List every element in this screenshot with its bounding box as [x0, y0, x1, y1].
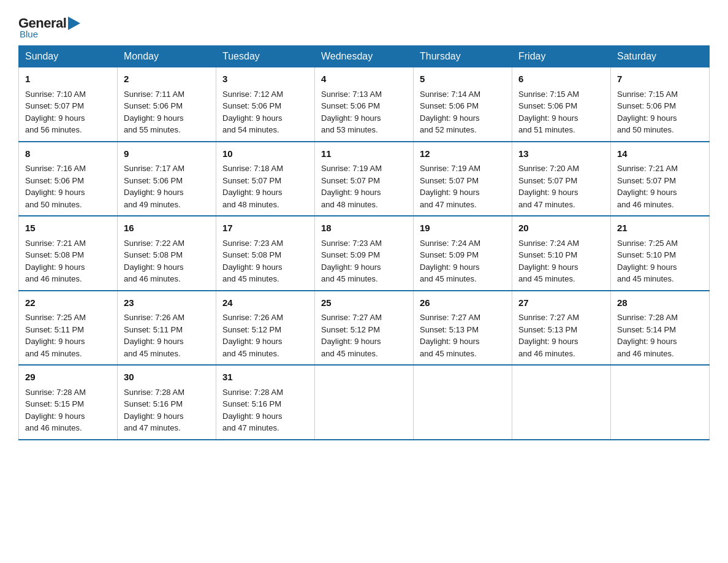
header-tuesday: Tuesday [216, 46, 315, 67]
day-info: Sunrise: 7:14 AMSunset: 5:06 PMDaylight:… [420, 90, 480, 135]
day-info: Sunrise: 7:13 AMSunset: 5:06 PMDaylight:… [321, 90, 382, 135]
day-number: 22 [25, 296, 111, 310]
day-number: 9 [124, 147, 210, 161]
day-info: Sunrise: 7:21 AMSunset: 5:08 PMDaylight:… [25, 239, 86, 284]
calendar-cell: 21 Sunrise: 7:25 AMSunset: 5:10 PMDaylig… [611, 216, 710, 291]
day-info: Sunrise: 7:28 AMSunset: 5:15 PMDaylight:… [25, 388, 86, 433]
calendar-cell: 20 Sunrise: 7:24 AMSunset: 5:10 PMDaylig… [512, 216, 611, 291]
calendar-cell: 24 Sunrise: 7:26 AMSunset: 5:12 PMDaylig… [216, 291, 315, 366]
day-number: 4 [321, 72, 407, 86]
calendar-cell: 8 Sunrise: 7:16 AMSunset: 5:06 PMDayligh… [19, 142, 118, 216]
day-info: Sunrise: 7:24 AMSunset: 5:09 PMDaylight:… [420, 239, 480, 284]
day-number: 8 [25, 147, 111, 161]
calendar-cell: 19 Sunrise: 7:24 AMSunset: 5:09 PMDaylig… [414, 216, 512, 291]
calendar-week-row: 8 Sunrise: 7:16 AMSunset: 5:06 PMDayligh… [19, 142, 710, 216]
calendar-cell [315, 365, 414, 440]
day-info: Sunrise: 7:20 AMSunset: 5:07 PMDaylight:… [518, 164, 579, 209]
day-info: Sunrise: 7:10 AMSunset: 5:07 PMDaylight:… [25, 90, 86, 135]
header-sunday: Sunday [19, 46, 118, 67]
day-number: 11 [321, 147, 407, 161]
day-number: 27 [518, 296, 604, 310]
day-number: 14 [617, 147, 703, 161]
day-number: 7 [617, 72, 703, 86]
day-info: Sunrise: 7:22 AMSunset: 5:08 PMDaylight:… [124, 239, 184, 284]
logo-subtitle: Blue [20, 29, 38, 39]
svg-marker-0 [68, 17, 80, 30]
header-monday: Monday [118, 46, 216, 67]
day-info: Sunrise: 7:25 AMSunset: 5:11 PMDaylight:… [25, 313, 86, 358]
day-info: Sunrise: 7:28 AMSunset: 5:14 PMDaylight:… [617, 313, 678, 358]
day-info: Sunrise: 7:15 AMSunset: 5:06 PMDaylight:… [617, 90, 678, 135]
day-number: 13 [518, 147, 604, 161]
calendar-cell: 13 Sunrise: 7:20 AMSunset: 5:07 PMDaylig… [512, 142, 611, 216]
calendar-cell: 6 Sunrise: 7:15 AMSunset: 5:06 PMDayligh… [512, 67, 611, 142]
calendar-week-row: 29 Sunrise: 7:28 AMSunset: 5:15 PMDaylig… [19, 365, 710, 440]
header-thursday: Thursday [414, 46, 512, 67]
calendar-cell: 10 Sunrise: 7:18 AMSunset: 5:07 PMDaylig… [216, 142, 315, 216]
calendar-week-row: 15 Sunrise: 7:21 AMSunset: 5:08 PMDaylig… [19, 216, 710, 291]
calendar-week-row: 1 Sunrise: 7:10 AMSunset: 5:07 PMDayligh… [19, 67, 710, 142]
day-number: 16 [124, 221, 210, 236]
day-info: Sunrise: 7:27 AMSunset: 5:13 PMDaylight:… [518, 313, 579, 358]
day-number: 26 [420, 296, 506, 310]
calendar-cell: 27 Sunrise: 7:27 AMSunset: 5:13 PMDaylig… [512, 291, 611, 366]
calendar-cell: 17 Sunrise: 7:23 AMSunset: 5:08 PMDaylig… [216, 216, 315, 291]
calendar-cell: 2 Sunrise: 7:11 AMSunset: 5:06 PMDayligh… [118, 67, 216, 142]
day-info: Sunrise: 7:17 AMSunset: 5:06 PMDaylight:… [124, 164, 184, 209]
day-number: 3 [222, 72, 308, 86]
calendar-cell: 31 Sunrise: 7:28 AMSunset: 5:16 PMDaylig… [216, 365, 315, 440]
day-number: 20 [518, 221, 604, 236]
logo: General Blue [18, 12, 80, 39]
day-info: Sunrise: 7:18 AMSunset: 5:07 PMDaylight:… [222, 164, 283, 209]
day-info: Sunrise: 7:12 AMSunset: 5:06 PMDaylight:… [222, 90, 283, 135]
calendar-cell: 16 Sunrise: 7:22 AMSunset: 5:08 PMDaylig… [118, 216, 216, 291]
day-info: Sunrise: 7:28 AMSunset: 5:16 PMDaylight:… [222, 388, 283, 433]
day-number: 17 [222, 221, 308, 236]
calendar-cell: 18 Sunrise: 7:23 AMSunset: 5:09 PMDaylig… [315, 216, 414, 291]
day-info: Sunrise: 7:27 AMSunset: 5:13 PMDaylight:… [420, 313, 480, 358]
day-info: Sunrise: 7:21 AMSunset: 5:07 PMDaylight:… [617, 164, 678, 209]
day-number: 19 [420, 221, 506, 236]
calendar-cell: 26 Sunrise: 7:27 AMSunset: 5:13 PMDaylig… [414, 291, 512, 366]
calendar-cell: 29 Sunrise: 7:28 AMSunset: 5:15 PMDaylig… [19, 365, 118, 440]
calendar-cell [414, 365, 512, 440]
day-number: 15 [25, 221, 111, 236]
calendar-cell: 1 Sunrise: 7:10 AMSunset: 5:07 PMDayligh… [19, 67, 118, 142]
calendar-cell: 12 Sunrise: 7:19 AMSunset: 5:07 PMDaylig… [414, 142, 512, 216]
day-info: Sunrise: 7:28 AMSunset: 5:16 PMDaylight:… [124, 388, 184, 433]
day-number: 28 [617, 296, 703, 310]
calendar-cell [512, 365, 611, 440]
day-info: Sunrise: 7:26 AMSunset: 5:11 PMDaylight:… [124, 313, 184, 358]
calendar-cell: 4 Sunrise: 7:13 AMSunset: 5:06 PMDayligh… [315, 67, 414, 142]
day-info: Sunrise: 7:16 AMSunset: 5:06 PMDaylight:… [25, 164, 86, 209]
day-number: 6 [518, 72, 604, 86]
day-number: 24 [222, 296, 308, 310]
calendar-cell: 28 Sunrise: 7:28 AMSunset: 5:14 PMDaylig… [611, 291, 710, 366]
header-friday: Friday [512, 46, 611, 67]
header-saturday: Saturday [611, 46, 710, 67]
calendar-cell: 23 Sunrise: 7:26 AMSunset: 5:11 PMDaylig… [118, 291, 216, 366]
calendar-cell: 22 Sunrise: 7:25 AMSunset: 5:11 PMDaylig… [19, 291, 118, 366]
calendar-week-row: 22 Sunrise: 7:25 AMSunset: 5:11 PMDaylig… [19, 291, 710, 366]
calendar-cell: 5 Sunrise: 7:14 AMSunset: 5:06 PMDayligh… [414, 67, 512, 142]
day-number: 29 [25, 370, 111, 385]
calendar-cell: 9 Sunrise: 7:17 AMSunset: 5:06 PMDayligh… [118, 142, 216, 216]
day-info: Sunrise: 7:11 AMSunset: 5:06 PMDaylight:… [124, 90, 184, 135]
day-number: 30 [124, 370, 210, 385]
day-info: Sunrise: 7:23 AMSunset: 5:09 PMDaylight:… [321, 239, 382, 284]
day-number: 25 [321, 296, 407, 310]
calendar-header-row: SundayMondayTuesdayWednesdayThursdayFrid… [19, 46, 710, 67]
day-number: 2 [124, 72, 210, 86]
calendar-cell: 11 Sunrise: 7:19 AMSunset: 5:07 PMDaylig… [315, 142, 414, 216]
day-number: 5 [420, 72, 506, 86]
day-info: Sunrise: 7:23 AMSunset: 5:08 PMDaylight:… [222, 239, 283, 284]
day-number: 21 [617, 221, 703, 236]
page-header: General Blue [18, 12, 710, 39]
calendar-cell: 15 Sunrise: 7:21 AMSunset: 5:08 PMDaylig… [19, 216, 118, 291]
day-number: 31 [222, 370, 308, 385]
calendar-cell [611, 365, 710, 440]
day-info: Sunrise: 7:15 AMSunset: 5:06 PMDaylight:… [518, 90, 579, 135]
day-number: 23 [124, 296, 210, 310]
header-wednesday: Wednesday [315, 46, 414, 67]
calendar-table: SundayMondayTuesdayWednesdayThursdayFrid… [18, 45, 710, 440]
